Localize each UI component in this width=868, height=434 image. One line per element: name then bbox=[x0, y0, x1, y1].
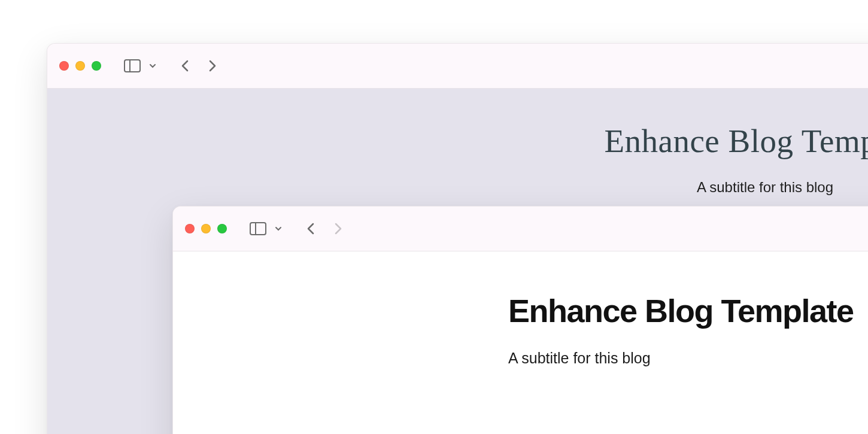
window-close-button[interactable] bbox=[59, 61, 69, 71]
window-minimize-button[interactable] bbox=[75, 61, 85, 71]
sidebar-button-group bbox=[246, 218, 286, 239]
sidebar-button-group bbox=[120, 56, 160, 76]
blog-title: Enhance Blog Template bbox=[508, 292, 868, 329]
sidebar-dropdown-button[interactable] bbox=[271, 223, 286, 235]
sidebar-toggle-button[interactable] bbox=[120, 56, 144, 76]
toolbar: localhost bbox=[173, 207, 868, 251]
traffic-lights bbox=[59, 61, 101, 71]
back-button[interactable] bbox=[302, 218, 319, 239]
sidebar-dropdown-button[interactable] bbox=[145, 60, 160, 72]
blog-subtitle: A subtitle for this blog bbox=[47, 179, 868, 196]
svg-rect-2 bbox=[250, 223, 266, 235]
browser-window-front: localhost Enhance Blog Template A subtit… bbox=[172, 206, 868, 434]
forward-button[interactable] bbox=[204, 55, 221, 77]
toolbar: localhost bbox=[47, 44, 868, 89]
svg-rect-0 bbox=[125, 60, 140, 72]
window-close-button[interactable] bbox=[185, 224, 195, 233]
back-button[interactable] bbox=[177, 55, 193, 77]
chevron-right-icon bbox=[208, 59, 217, 73]
nav-buttons bbox=[302, 218, 347, 239]
window-zoom-button[interactable] bbox=[217, 224, 227, 233]
sidebar-toggle-button[interactable] bbox=[246, 218, 270, 239]
sidebar-icon bbox=[250, 222, 266, 235]
forward-button[interactable] bbox=[330, 218, 347, 239]
chevron-left-icon bbox=[306, 221, 315, 236]
chevron-right-icon bbox=[333, 221, 343, 236]
traffic-lights bbox=[185, 224, 227, 233]
window-minimize-button[interactable] bbox=[201, 224, 211, 233]
blog-title: Enhance Blog Template bbox=[47, 122, 868, 160]
blog-subtitle: A subtitle for this blog bbox=[508, 350, 868, 367]
window-zoom-button[interactable] bbox=[92, 61, 101, 71]
page-content: Enhance Blog Template A subtitle for thi… bbox=[173, 251, 868, 434]
chevron-down-icon bbox=[275, 226, 282, 231]
chevron-left-icon bbox=[180, 59, 190, 73]
sidebar-icon bbox=[124, 59, 141, 72]
chevron-down-icon bbox=[149, 63, 156, 68]
nav-buttons bbox=[177, 55, 221, 77]
